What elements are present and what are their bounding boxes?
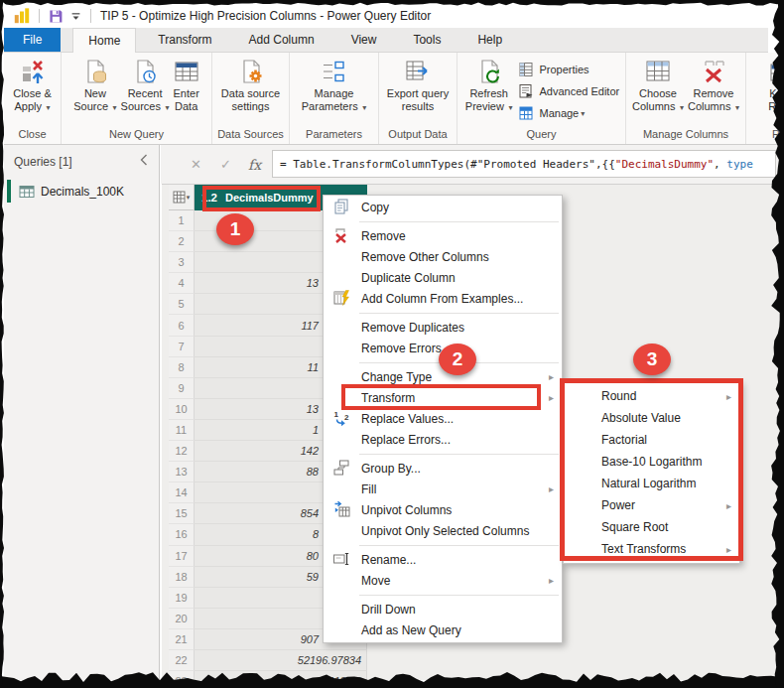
submenu-item-text-transforms[interactable]: Text Transforms▸: [564, 538, 739, 560]
keep-rows-icon: [769, 59, 784, 84]
tab-tools[interactable]: Tools: [398, 28, 456, 52]
row-number-8[interactable]: 8: [169, 357, 195, 378]
menu-item-label: Duplicate Column: [361, 271, 456, 285]
menu-item-add-as-new-query[interactable]: Add as New Query: [324, 619, 562, 640]
menu-item-duplicate-column[interactable]: Duplicate Column: [324, 267, 562, 288]
row-number-21[interactable]: 21: [169, 629, 195, 650]
tab-file[interactable]: File: [4, 28, 61, 52]
menu-item-label: Add as New Query: [361, 623, 461, 637]
row-number-11[interactable]: 11: [169, 420, 195, 441]
formula-input[interactable]: = Table.TransformColumnTypes(#"Promoted …: [272, 150, 776, 178]
ribbon-group-output-data: Export queryresultsOutput Data: [379, 53, 457, 144]
tab-add-column[interactable]: Add Column: [234, 28, 329, 52]
menu-item-transform[interactable]: Transform▸: [324, 387, 562, 408]
commit-formula-icon[interactable]: ✓: [220, 145, 231, 184]
row-number-5[interactable]: 5: [169, 294, 195, 315]
recent-sources-button[interactable]: RecentSources ▾: [119, 57, 172, 116]
row-number-16[interactable]: 16: [169, 524, 195, 545]
quick-access-toolbar-dropdown-icon[interactable]: [69, 10, 82, 23]
menu-item-unpivot-only-selected-columns[interactable]: Unpivot Only Selected Columns: [324, 520, 562, 541]
collapse-panel-icon[interactable]: [139, 154, 149, 169]
manage-icon: [518, 105, 534, 121]
formula-bar: ✕ ✓ fx = Table.TransformColumnTypes(#"Pr…: [161, 145, 784, 184]
tab-home[interactable]: Home: [72, 28, 136, 53]
cell-r23-decimalsdummy[interactable]: 124123.3: [195, 671, 367, 680]
tab-view[interactable]: View: [336, 28, 392, 52]
row-number-6[interactable]: 6: [169, 315, 195, 336]
menu-item-unpivot-columns[interactable]: Unpivot Columns: [324, 499, 562, 520]
data-source-settings-button[interactable]: Data sourcesettings: [219, 57, 282, 115]
selected-query-indicator: [7, 180, 11, 203]
cancel-formula-icon[interactable]: ✕: [191, 145, 201, 184]
fx-icon: fx: [248, 145, 261, 184]
new-source-button[interactable]: NewSource ▾: [71, 57, 118, 116]
cell-r22-decimalsdummy[interactable]: 52196.97834: [195, 650, 367, 671]
choose-columns-button[interactable]: ChooseColumns ▾: [630, 57, 686, 116]
dropdown-arrow-icon: ▾: [360, 103, 367, 112]
menu-item-fill[interactable]: Fill▸: [324, 479, 562, 499]
menu-item-replace-values[interactable]: 12Replace Values...: [324, 408, 562, 429]
row-number-10[interactable]: 10: [169, 399, 195, 420]
submenu-item-round[interactable]: Round▸: [564, 385, 739, 407]
submenu-item-absolute-value[interactable]: Absolute Value: [564, 407, 739, 429]
manage-parameters-button[interactable]: ManageParameters ▾: [300, 57, 368, 116]
corner-dropdown-icon: ▾: [187, 194, 191, 202]
menu-item-copy[interactable]: Copy: [324, 197, 562, 217]
keep-rows-button[interactable]: KeepRows: [766, 57, 784, 115]
ribbon-group-label: Output Data: [379, 127, 457, 144]
submenu-item-base-10-logarithm[interactable]: Base-10 Logarithm: [564, 451, 739, 473]
dropdown-arrow-icon: ▾: [110, 103, 117, 112]
tab-transform[interactable]: Transform: [143, 28, 226, 52]
row-number-4[interactable]: 4: [169, 273, 195, 294]
row-number-23[interactable]: 23: [169, 671, 195, 680]
row-number-15[interactable]: 15: [169, 503, 195, 524]
remove-columns-button[interactable]: RemoveColumns ▾: [686, 57, 741, 116]
submenu-item-square-root[interactable]: Square Root: [564, 516, 739, 538]
row-number-1[interactable]: 1: [169, 210, 195, 231]
export-query-results-button[interactable]: Export queryresults: [385, 57, 451, 115]
menu-separator: [324, 591, 562, 599]
submenu-item-factorial[interactable]: Factorial: [564, 429, 739, 451]
table-select-all-icon[interactable]: ▾: [169, 185, 195, 210]
row-number-3[interactable]: 3: [169, 252, 195, 273]
save-icon[interactable]: [48, 8, 64, 24]
menu-item-move[interactable]: Move▸: [324, 570, 562, 591]
properties-button[interactable]: Properties: [518, 59, 619, 80]
row-number-13[interactable]: 13: [169, 462, 195, 482]
svg-text:2: 2: [344, 413, 349, 422]
row-number-18[interactable]: 18: [169, 567, 195, 588]
row-number-7[interactable]: 7: [169, 337, 195, 357]
annotation-callout-3: 3: [633, 344, 671, 375]
menu-item-remove-other-columns[interactable]: Remove Other Columns: [324, 246, 562, 267]
manage-button[interactable]: Manage ▾: [518, 102, 619, 124]
menu-item-group-by[interactable]: Group By...: [324, 458, 562, 479]
menu-item-remove-duplicates[interactable]: Remove Duplicates: [324, 317, 562, 338]
recent-sources-label: RecentSources ▾: [121, 87, 170, 114]
row-number-14[interactable]: 14: [169, 482, 195, 503]
menu-item-remove[interactable]: Remove: [324, 225, 562, 246]
table-row-23: 23124123.3: [169, 671, 784, 680]
close-apply-button[interactable]: Close &Apply ▾: [11, 57, 54, 116]
row-number-19[interactable]: 19: [169, 588, 195, 609]
ribbon-group-label: New Query: [62, 127, 211, 144]
row-number-20[interactable]: 20: [169, 609, 195, 629]
row-number-17[interactable]: 17: [169, 546, 195, 567]
row-number-12[interactable]: 12: [169, 441, 195, 462]
submenu-arrow-icon: ▸: [549, 483, 554, 494]
tab-help[interactable]: Help: [462, 28, 517, 52]
menu-item-replace-errors[interactable]: Replace Errors...: [324, 429, 562, 450]
menu-item-drill-down[interactable]: Drill Down: [324, 599, 562, 619]
submenu-item-label: Text Transforms: [601, 542, 686, 556]
menu-item-add-column-from-examples[interactable]: Add Column From Examples...: [324, 288, 562, 309]
menu-item-rename[interactable]: Rename...: [324, 549, 562, 570]
row-number-9[interactable]: 9: [169, 378, 195, 399]
row-number-2[interactable]: 2: [169, 231, 195, 252]
enter-data-button[interactable]: EnterData: [172, 57, 201, 115]
submenu-item-natural-logarithm[interactable]: Natural Logarithm: [564, 473, 739, 494]
query-item-decimals-100k[interactable]: Decimals_100K: [4, 179, 159, 204]
ribbon-group-label: Query: [457, 127, 625, 144]
advanced-editor-button[interactable]: Advanced Editor: [518, 80, 619, 102]
submenu-item-power[interactable]: Power▸: [564, 494, 739, 516]
refresh-preview-button[interactable]: RefreshPreview ▾: [463, 57, 515, 116]
row-number-22[interactable]: 22: [169, 650, 195, 671]
